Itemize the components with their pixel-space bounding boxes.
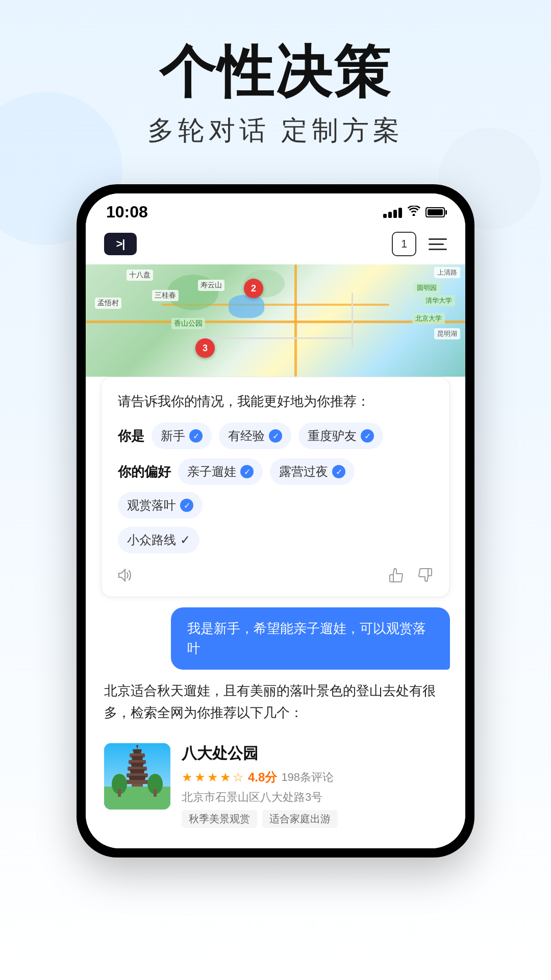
svg-rect-18 (154, 789, 157, 797)
check-icon-7: ✓ (180, 533, 190, 547)
thumbs-down-icon[interactable] (417, 568, 433, 586)
star-2: ★ (194, 770, 206, 785)
check-icon-5: ✓ (332, 465, 345, 478)
tag-family[interactable]: 亲子遛娃 ✓ (178, 458, 263, 485)
place-card[interactable]: 八大处公园 ★ ★ ★ ★ ☆ 4.8分 198条评论 北京市石景山区八大处路3… (101, 735, 450, 836)
phone-mockup: 10:08 >| 1 (77, 184, 474, 857)
svg-marker-10 (132, 756, 143, 760)
place-address: 北京市石景山区八大处路3号 (182, 790, 447, 805)
place-info: 八大处公园 ★ ★ ★ ★ ☆ 4.8分 198条评论 北京市石景山区八大处路3… (182, 743, 447, 828)
svg-marker-13 (129, 776, 146, 780)
map-label-beida: 北京大学 (412, 313, 445, 324)
header-right: 1 (392, 232, 447, 256)
status-icons (383, 206, 445, 219)
status-bar: 10:08 (86, 193, 465, 227)
map-pin-3: 3 (195, 338, 215, 358)
preference-row: 你的偏好 亲子遛娃 ✓ 露营过夜 ✓ 观赏落叶 ✓ (118, 458, 433, 519)
map-area: 十八盘 孟悟村 三桂春 寿云山 香山公园 2 3 上清路 圆明园 清华大学 北京… (86, 264, 465, 377)
feedback-icons (388, 568, 433, 586)
check-icon-2: ✓ (269, 429, 282, 443)
svg-marker-11 (131, 763, 144, 767)
map-label-park: 香山公园 (171, 318, 205, 329)
place-tags: 秋季美景观赏 适合家庭出游 (182, 810, 447, 828)
header-badge[interactable]: 1 (392, 232, 416, 256)
place-tag-1: 秋季美景观赏 (182, 810, 257, 828)
preference-label: 你的偏好 (118, 463, 171, 481)
user-type-label: 你是 (118, 427, 144, 445)
menu-icon[interactable] (429, 238, 447, 250)
stars: ★ ★ ★ ★ ☆ (182, 770, 244, 785)
battery-icon (425, 207, 445, 217)
map-label-3: 三桂春 (152, 290, 179, 301)
map-label-2: 孟悟村 (95, 298, 121, 309)
thumbs-up-icon[interactable] (388, 568, 405, 586)
svg-rect-8 (126, 780, 149, 784)
map-label-1: 十八盘 (127, 270, 153, 281)
star-5: ☆ (233, 770, 244, 785)
place-image (104, 743, 170, 810)
map-label-4: 寿云山 (198, 280, 224, 291)
rating-score: 4.8分 (248, 769, 277, 786)
map-label-qinghua: 清华大学 (422, 295, 455, 306)
signal-icon (383, 207, 402, 218)
map-label-kunming: 昆明湖 (434, 328, 460, 339)
tag-camping[interactable]: 露营过夜 ✓ (270, 458, 355, 485)
main-title: 个性决策 (0, 41, 551, 103)
ai-intro-text: 请告诉我你的情况，我能更好地为你推荐： (118, 391, 433, 411)
ai-message-bubble: 请告诉我你的情况，我能更好地为你推荐： 你是 新手 ✓ 有经验 ✓ 重度驴友 ✓ (101, 377, 450, 597)
status-time: 10:08 (106, 203, 148, 222)
user-message: 我是新手，希望能亲子遛娃，可以观赏落叶 (101, 607, 450, 670)
svg-rect-17 (118, 789, 121, 797)
tag-leaves[interactable]: 观赏落叶 ✓ (118, 492, 203, 519)
tag-experienced[interactable]: 有经验 ✓ (219, 423, 291, 449)
bubble-actions (118, 561, 433, 586)
tag-beginner[interactable]: 新手 ✓ (152, 423, 212, 449)
place-tag-2: 适合家庭出游 (262, 810, 338, 828)
phone-screen: 10:08 >| 1 (86, 193, 465, 848)
chat-area: 请告诉我你的情况，我能更好地为你推荐： 你是 新手 ✓ 有经验 ✓ 重度驴友 ✓ (86, 377, 465, 848)
check-icon-6: ✓ (180, 499, 193, 512)
check-icon: ✓ (189, 429, 203, 443)
map-pin-2: 2 (244, 279, 263, 298)
map-label-yuanmingyuan: 圆明园 (414, 282, 440, 293)
audio-icon[interactable] (118, 568, 134, 586)
check-icon-4: ✓ (240, 465, 254, 478)
svg-marker-9 (133, 749, 142, 753)
place-name: 八大处公园 (182, 743, 447, 764)
tag-niche[interactable]: 小众路线 ✓ (118, 527, 199, 553)
check-icon-3: ✓ (361, 429, 374, 443)
place-rating: ★ ★ ★ ★ ☆ 4.8分 198条评论 (182, 769, 447, 786)
extra-tag-row: 小众路线 ✓ (118, 527, 433, 553)
user-type-row: 你是 新手 ✓ 有经验 ✓ 重度驴友 ✓ (118, 423, 433, 449)
ai-response-text: 北京适合秋天遛娃，且有美丽的落叶景色的登山去处有很多，检索全网为你推荐以下几个： (101, 680, 450, 724)
app-header: >| 1 (86, 227, 465, 264)
rating-count: 198条评论 (281, 770, 334, 785)
star-3: ★ (207, 770, 218, 785)
user-message-text: 我是新手，希望能亲子遛娃，可以观赏落叶 (171, 607, 450, 670)
map-label-right: 上清路 (434, 267, 460, 278)
star-4: ★ (220, 770, 231, 785)
star-1: ★ (182, 770, 193, 785)
tag-heavy-hiker[interactable]: 重度驴友 ✓ (298, 423, 383, 449)
svg-marker-12 (130, 769, 145, 773)
app-logo: >| (104, 233, 137, 255)
wifi-icon (407, 206, 420, 219)
